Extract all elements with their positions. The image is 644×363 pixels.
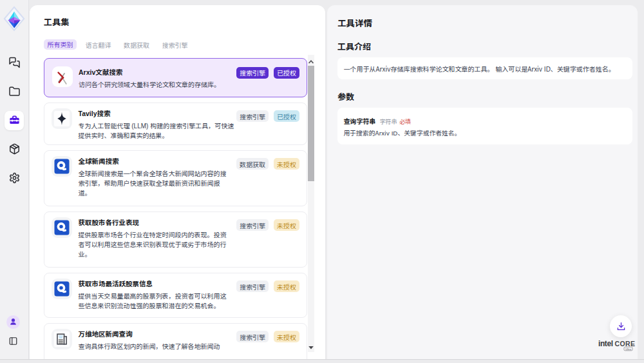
svg-text:Ultra: Ultra [625, 348, 632, 351]
svg-text:intel: intel [598, 339, 613, 348]
svg-text:CORE: CORE [615, 340, 636, 348]
